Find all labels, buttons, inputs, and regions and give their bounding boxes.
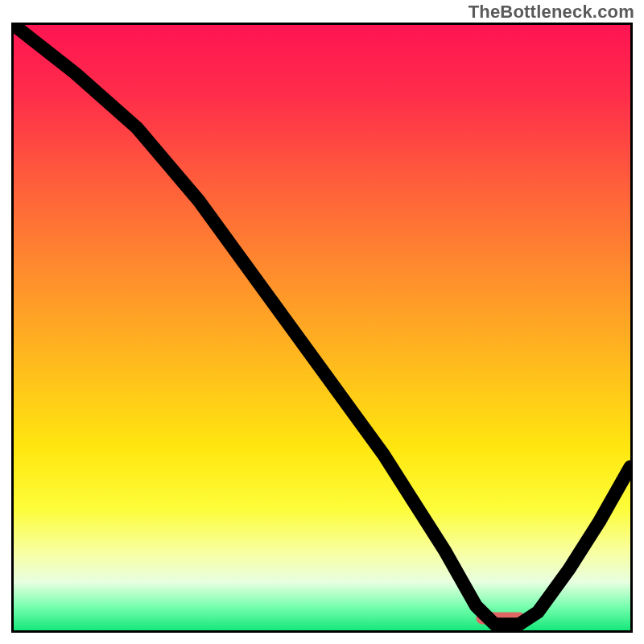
plot-area <box>11 23 633 633</box>
chart-container: TheBottleneck.com <box>0 0 644 644</box>
watermark-text: TheBottleneck.com <box>469 2 634 23</box>
gradient-bg <box>14 25 630 630</box>
chart-svg <box>14 25 630 630</box>
